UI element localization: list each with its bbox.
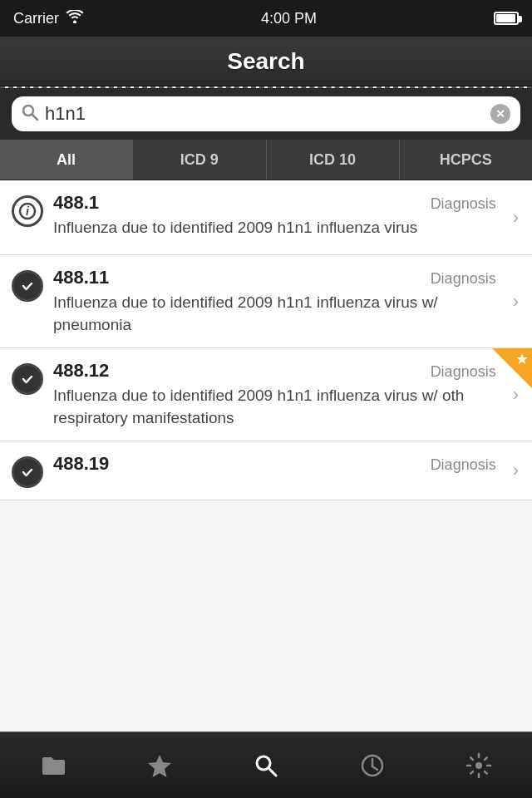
info-icon-1: i bbox=[12, 195, 43, 227]
tab-icd9[interactable]: ICD 9 bbox=[133, 140, 266, 180]
tab-icd10[interactable]: ICD 10 bbox=[267, 140, 400, 180]
result-type-4: Diagnosis bbox=[431, 456, 496, 474]
svg-line-9 bbox=[268, 768, 276, 776]
wifi-icon bbox=[66, 10, 84, 27]
result-type-1: Diagnosis bbox=[431, 195, 496, 213]
folder-icon bbox=[40, 752, 66, 779]
tab-hcpcs[interactable]: HCPCS bbox=[400, 140, 532, 180]
result-content-2: 488.11 Diagnosis Influenza due to identi… bbox=[53, 267, 496, 336]
carrier-label: Carrier bbox=[13, 10, 59, 27]
clock-icon bbox=[359, 752, 386, 779]
result-type-3: Diagnosis bbox=[431, 363, 496, 381]
nav-history[interactable] bbox=[319, 732, 426, 798]
result-code-2: 488.11 bbox=[53, 267, 109, 288]
search-input[interactable] bbox=[45, 103, 484, 125]
star-icon bbox=[146, 752, 173, 779]
nav-search[interactable] bbox=[213, 732, 319, 798]
tab-all[interactable]: All bbox=[0, 140, 133, 180]
results-list: i 488.1 Diagnosis Influenza due to ident… bbox=[0, 180, 532, 736]
svg-point-5 bbox=[19, 371, 36, 387]
result-code-4: 488.19 bbox=[53, 453, 109, 475]
result-content-4: 488.19 Diagnosis bbox=[53, 453, 496, 478]
check-icon-2 bbox=[12, 270, 43, 302]
battery-icon bbox=[494, 12, 519, 25]
filter-tabs: All ICD 9 ICD 10 HCPCS bbox=[0, 140, 532, 180]
search-bar-container: ✕ bbox=[0, 88, 532, 140]
star-badge-icon: ★ bbox=[515, 352, 529, 367]
svg-marker-7 bbox=[148, 755, 171, 777]
nav-folder[interactable] bbox=[0, 732, 106, 798]
result-desc-1: Influenza due to identified 2009 h1n1 in… bbox=[53, 217, 496, 239]
svg-point-13 bbox=[475, 762, 482, 769]
nav-favorites[interactable] bbox=[106, 732, 213, 798]
svg-point-4 bbox=[19, 278, 36, 294]
result-code-3: 488.12 bbox=[53, 360, 109, 382]
check-icon-4 bbox=[12, 456, 43, 488]
chevron-icon-4: › bbox=[506, 460, 519, 481]
result-item-1[interactable]: i 488.1 Diagnosis Influenza due to ident… bbox=[0, 180, 532, 255]
search-nav-icon bbox=[253, 752, 279, 779]
chevron-icon-1: › bbox=[506, 207, 519, 229]
result-desc-3: Influenza due to identified 2009 h1n1 in… bbox=[53, 385, 496, 429]
header: Search bbox=[0, 37, 532, 86]
svg-line-12 bbox=[372, 766, 377, 770]
result-type-2: Diagnosis bbox=[431, 270, 496, 288]
page-title: Search bbox=[227, 48, 304, 75]
time-label: 4:00 PM bbox=[261, 10, 317, 27]
result-code-1: 488.1 bbox=[53, 192, 99, 214]
status-bar: Carrier 4:00 PM bbox=[0, 0, 532, 37]
result-content-1: 488.1 Diagnosis Influenza due to identif… bbox=[53, 192, 496, 239]
svg-text:i: i bbox=[26, 204, 30, 218]
result-desc-2: Influenza due to identified 2009 h1n1 in… bbox=[53, 292, 496, 336]
check-icon-3 bbox=[12, 363, 43, 395]
result-content-3: 488.12 Diagnosis Influenza due to identi… bbox=[53, 360, 496, 429]
bottom-nav bbox=[0, 732, 532, 798]
search-input-wrapper: ✕ bbox=[12, 96, 520, 131]
search-clear-button[interactable]: ✕ bbox=[490, 104, 510, 124]
settings-icon bbox=[466, 752, 492, 779]
svg-line-1 bbox=[32, 115, 37, 120]
search-icon bbox=[22, 104, 38, 125]
result-item-3[interactable]: ★ 488.12 Diagnosis Influenza due to iden… bbox=[0, 348, 532, 441]
result-item-4[interactable]: 488.19 Diagnosis › bbox=[0, 441, 532, 500]
nav-settings[interactable] bbox=[426, 732, 532, 798]
svg-point-6 bbox=[19, 464, 36, 480]
chevron-icon-2: › bbox=[506, 291, 519, 313]
result-item-2[interactable]: 488.11 Diagnosis Influenza due to identi… bbox=[0, 255, 532, 348]
